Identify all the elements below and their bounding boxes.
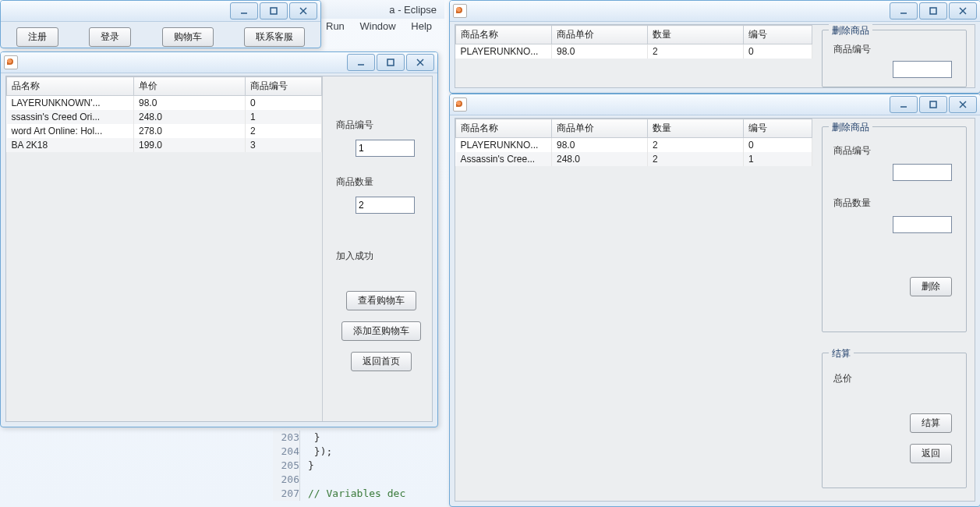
col-price[interactable]: 单价	[134, 77, 246, 96]
svg-rect-1	[271, 8, 277, 14]
cart-window-2: 商品名称 商品单价 数量 编号 PLAYERUNKNO...98.020 Ass…	[449, 94, 980, 507]
checkout-groupbox: 结算 总价 结算 返回	[822, 353, 967, 488]
del-id-label: 商品编号	[833, 144, 966, 158]
java-icon	[4, 55, 18, 69]
close-button[interactable]	[949, 96, 977, 113]
cart-button[interactable]: 购物车	[162, 27, 214, 47]
table-row[interactable]: BA 2K18199.03	[7, 138, 322, 152]
java-icon	[453, 4, 467, 18]
java-icon	[453, 98, 467, 112]
cart1-table[interactable]: 商品名称 商品单价 数量 编号 PLAYERUNKNO...98.020	[455, 25, 812, 58]
table-row[interactable]: ssassin's Creed Ori...248.01	[7, 110, 322, 124]
col-name[interactable]: 品名称	[7, 77, 134, 96]
back-home-button[interactable]: 返回首页	[351, 352, 412, 371]
del-id-label: 商品编号	[833, 43, 966, 56]
svg-rect-5	[387, 59, 394, 66]
total-label: 总价	[833, 372, 966, 385]
maximize-button[interactable]	[377, 54, 405, 71]
del-qty-label: 商品数量	[833, 197, 966, 210]
products-window: 品名称 单价 商品编号 LAYERUNKNOWN'...98.00 ssassi…	[0, 51, 438, 427]
col-id[interactable]: 商品编号	[246, 77, 322, 96]
register-button[interactable]: 注册	[16, 27, 58, 47]
table-row[interactable]: LAYERUNKNOWN'...98.00	[7, 96, 322, 111]
minimize-button[interactable]	[890, 96, 918, 113]
add-to-cart-button[interactable]: 添加至购物车	[341, 321, 421, 341]
cart2-table[interactable]: 商品名称 商品单价 数量 编号 PLAYERUNKNO...98.020 Ass…	[455, 119, 812, 166]
svg-rect-9	[930, 8, 936, 14]
del-id-input-1[interactable]	[893, 61, 952, 78]
main-toolbar-window: 注册 登录 购物车 联系客服	[0, 0, 321, 48]
back-button[interactable]: 返回	[910, 444, 952, 463]
products-side: 商品编号 商品数量 加入成功 查看购物车 添加至购物车 返回首页	[330, 76, 432, 421]
checkout-button[interactable]: 结算	[910, 413, 952, 433]
maximize-button[interactable]	[260, 2, 288, 20]
products-table-wrap: 品名称 单价 商品编号 LAYERUNKNOWN'...98.00 ssassi…	[6, 76, 323, 421]
del-qty-input[interactable]	[893, 216, 952, 233]
close-button[interactable]	[406, 54, 434, 71]
cart-window-1: 商品名称 商品单价 数量 编号 PLAYERUNKNO...98.020 删除商…	[449, 0, 980, 94]
minimize-button[interactable]	[890, 2, 918, 20]
product-id-label: 商品编号	[336, 119, 426, 132]
close-button[interactable]	[949, 2, 977, 20]
products-table[interactable]: 品名称 单价 商品编号 LAYERUNKNOWN'...98.00 ssassi…	[6, 76, 322, 152]
maximize-button[interactable]	[919, 2, 947, 20]
table-row[interactable]: PLAYERUNKNO...98.020	[456, 138, 812, 153]
eclipse-menu: Run Window Help	[326, 20, 432, 32]
contact-button[interactable]: 联系客服	[244, 27, 305, 47]
table-row[interactable]: PLAYERUNKNO...98.020	[456, 44, 812, 59]
login-button[interactable]: 登录	[89, 27, 131, 47]
del-id-input[interactable]	[893, 164, 952, 181]
delete-groupbox-2: 删除商品 商品编号 商品数量 删除	[822, 126, 967, 332]
close-button[interactable]	[289, 2, 317, 20]
product-id-input[interactable]	[356, 140, 415, 157]
view-cart-button[interactable]: 查看购物车	[346, 291, 416, 310]
minimize-button[interactable]	[347, 54, 375, 71]
table-row[interactable]: Assassin's Cree...248.021	[456, 152, 812, 166]
product-qty-input[interactable]	[356, 197, 415, 214]
delete-groupbox-1: 删除商品 商品编号	[822, 30, 967, 87]
delete-button[interactable]: 删除	[910, 277, 952, 296]
status-text: 加入成功	[336, 250, 426, 263]
svg-rect-13	[930, 101, 936, 108]
product-qty-label: 商品数量	[336, 176, 426, 189]
table-row[interactable]: word Art Online: Hol...278.02	[7, 124, 322, 138]
minimize-button[interactable]	[230, 2, 258, 20]
eclipse-code: 203 } 204 }); 205} 206 207// Variables d…	[273, 431, 444, 501]
maximize-button[interactable]	[919, 96, 947, 113]
